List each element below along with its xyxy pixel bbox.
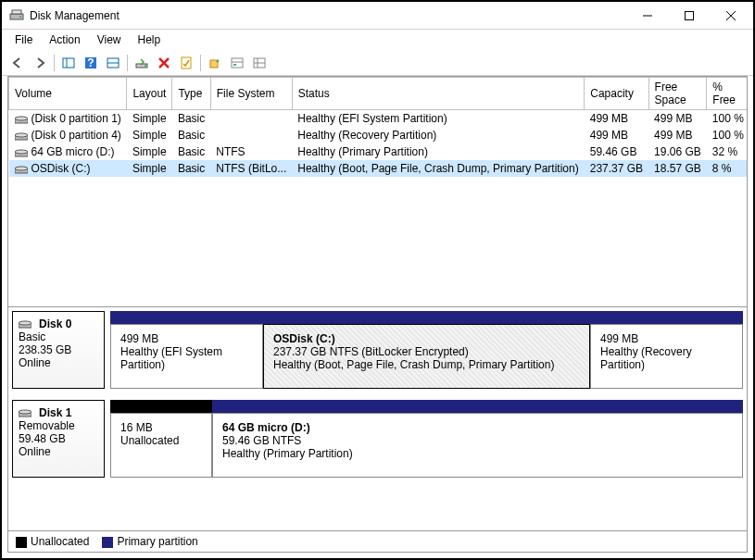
forward-button[interactable]: [30, 53, 50, 73]
svg-rect-4: [685, 11, 693, 19]
svg-text:?: ?: [87, 56, 94, 69]
legend-unallocated: Unallocated: [16, 535, 89, 548]
volume-icon: [15, 115, 28, 124]
volume-icon: [15, 148, 28, 157]
menu-help[interactable]: Help: [131, 31, 169, 48]
graphical-view-button[interactable]: [249, 53, 270, 73]
column-header[interactable]: Capacity: [585, 78, 648, 110]
properties-button[interactable]: [176, 53, 196, 73]
partition-stripe: [590, 311, 743, 324]
partition-stripe: [110, 400, 212, 413]
separator: [54, 55, 55, 71]
menu-file[interactable]: File: [7, 31, 40, 48]
svg-rect-7: [63, 58, 74, 68]
column-header[interactable]: Layout: [127, 78, 172, 110]
svg-rect-21: [233, 64, 236, 66]
delete-button[interactable]: [154, 53, 174, 73]
disk-management-window: Disk Management File Action View Help ? …: [2, 2, 753, 558]
refresh-button[interactable]: [103, 53, 123, 73]
svg-rect-19: [232, 58, 243, 68]
disk-row: Disk 0Basic238.35 GBOnline499 MBHealthy …: [12, 311, 743, 389]
app-icon: [9, 8, 24, 23]
column-header[interactable]: % Free: [707, 78, 747, 110]
window-title: Disk Management: [30, 9, 626, 22]
graphical-view[interactable]: Disk 0Basic238.35 GBOnline499 MBHealthy …: [8, 306, 747, 530]
menu-view[interactable]: View: [90, 31, 129, 48]
volume-row[interactable]: (Disk 0 partition 1)SimpleBasicHealthy (…: [9, 110, 748, 128]
column-header[interactable]: File System: [210, 78, 292, 110]
legend-primary: Primary partition: [102, 535, 197, 548]
volume-row[interactable]: (Disk 0 partition 4)SimpleBasicHealthy (…: [9, 127, 748, 143]
menubar: File Action View Help: [2, 30, 753, 50]
content-area: VolumeLayoutTypeFile SystemStatusCapacit…: [7, 76, 748, 553]
column-header[interactable]: Volume: [9, 78, 127, 110]
volume-row[interactable]: OSDisk (C:)SimpleBasicNTFS (BitLo...Heal…: [9, 160, 748, 177]
minimize-button[interactable]: [626, 3, 668, 29]
settings-button[interactable]: [132, 53, 152, 73]
partition-box[interactable]: OSDisk (C:)237.37 GB NTFS (BitLocker Enc…: [263, 324, 590, 389]
separator: [127, 55, 128, 71]
show-hide-console-button[interactable]: [58, 53, 79, 73]
svg-point-34: [19, 321, 31, 325]
column-header[interactable]: Type: [172, 78, 210, 110]
column-header[interactable]: Status: [292, 78, 584, 110]
help-button[interactable]: ?: [81, 53, 101, 73]
disk-icon: [19, 319, 31, 329]
titlebar[interactable]: Disk Management: [2, 2, 753, 30]
separator: [200, 55, 201, 71]
svg-point-26: [15, 117, 28, 120]
svg-point-32: [15, 167, 28, 170]
partition-box[interactable]: 499 MBHealthy (Recovery Partition): [590, 324, 743, 389]
partition-stripe: [212, 400, 743, 413]
svg-rect-17: [182, 57, 191, 68]
disk-info[interactable]: Disk 0Basic238.35 GBOnline: [12, 311, 105, 389]
partition-stripe: [110, 311, 263, 324]
disk-icon: [19, 408, 31, 417]
legend: Unallocated Primary partition: [8, 530, 747, 552]
svg-point-2: [19, 16, 21, 18]
back-button[interactable]: [7, 53, 28, 73]
volume-icon: [15, 165, 28, 174]
list-view-button[interactable]: [227, 53, 247, 73]
svg-rect-1: [12, 10, 21, 14]
menu-action[interactable]: Action: [42, 31, 87, 48]
svg-point-28: [15, 133, 28, 137]
partition-box[interactable]: 499 MBHealthy (EFI System Partition): [110, 324, 263, 389]
svg-point-14: [145, 65, 146, 67]
partition-box[interactable]: 64 GB micro (D:)59.46 GB NTFSHealthy (Pr…: [212, 413, 743, 478]
svg-point-30: [15, 150, 28, 154]
rescan-button[interactable]: [205, 53, 225, 73]
column-header[interactable]: Free Space: [648, 78, 707, 110]
volume-list[interactable]: VolumeLayoutTypeFile SystemStatusCapacit…: [8, 77, 747, 306]
volume-icon: [15, 131, 28, 141]
window-controls: [626, 3, 751, 29]
close-button[interactable]: [710, 3, 751, 29]
disk-info[interactable]: Disk 1Removable59.48 GBOnline: [12, 400, 105, 478]
partition-box[interactable]: 16 MBUnallocated: [110, 413, 212, 478]
volume-row[interactable]: 64 GB micro (D:)SimpleBasicNTFSHealthy (…: [9, 143, 748, 160]
disk-row: Disk 1Removable59.48 GBOnline16 MBUnallo…: [12, 400, 743, 478]
svg-point-36: [19, 410, 31, 414]
partition-stripe: [263, 311, 590, 324]
maximize-button[interactable]: [668, 3, 710, 29]
toolbar: ?: [2, 50, 753, 76]
